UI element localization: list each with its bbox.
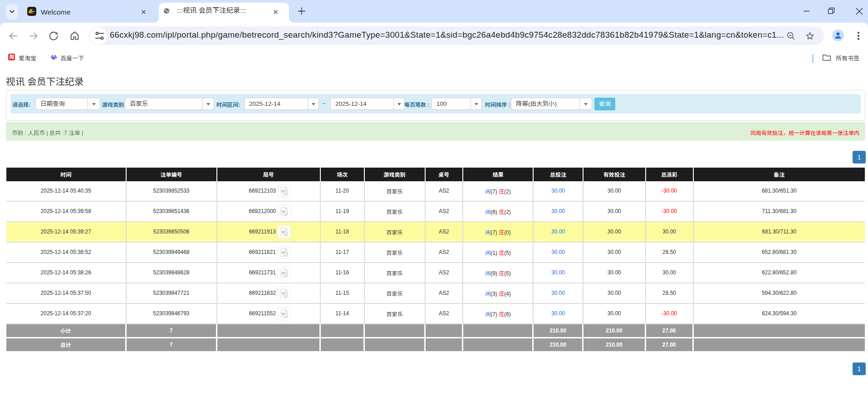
svg-text:du: du	[53, 57, 55, 60]
